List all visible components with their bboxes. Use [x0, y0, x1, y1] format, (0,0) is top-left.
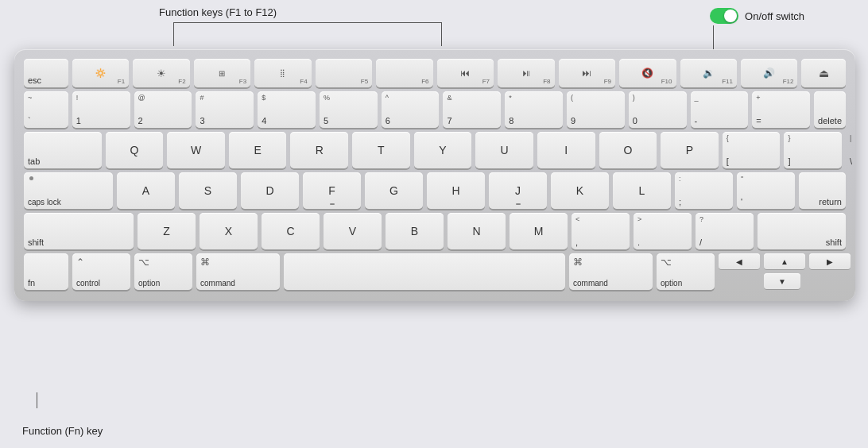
key-a[interactable]: A	[117, 172, 175, 209]
key-rbracket[interactable]: } ]	[784, 132, 842, 168]
key-backtick[interactable]: ~ `	[24, 91, 68, 128]
esc-label: esc	[28, 75, 41, 85]
key-command-left[interactable]: ⌘ command	[196, 253, 280, 290]
f11-label: F11	[722, 78, 733, 85]
key-fn[interactable]: fn	[24, 253, 68, 290]
key-shift-left[interactable]: shift	[24, 213, 134, 249]
key-b[interactable]: B	[386, 213, 444, 249]
key-capslock[interactable]: caps lock	[24, 172, 113, 209]
shift-right-label: shift	[826, 238, 842, 247]
toggle-switch[interactable]	[710, 8, 738, 24]
key-2[interactable]: @ 2	[134, 91, 192, 128]
key-f8[interactable]: ⏯ F8	[498, 59, 554, 87]
d-label: D	[265, 184, 273, 197]
key-minus[interactable]: _ -	[691, 91, 749, 128]
key-d[interactable]: D	[241, 172, 299, 209]
key-r[interactable]: R	[290, 132, 348, 168]
key-f6[interactable]: F6	[376, 59, 432, 87]
key-f9[interactable]: ⏭ F9	[559, 59, 615, 87]
key-k[interactable]: K	[551, 172, 609, 209]
key-option-left[interactable]: ⌥ option	[134, 253, 192, 290]
key-g[interactable]: G	[365, 172, 423, 209]
key-0[interactable]: ) 0	[629, 91, 687, 128]
key-f12[interactable]: 🔊 F12	[741, 59, 797, 87]
f8-label: F8	[543, 78, 550, 85]
key-z[interactable]: Z	[138, 213, 196, 249]
key-f7[interactable]: ⏮ F7	[437, 59, 494, 87]
f5-label: F5	[361, 78, 368, 85]
key-f2[interactable]: ☀ F2	[133, 59, 189, 87]
command-right-label: command	[573, 279, 608, 288]
key-comma[interactable]: < ,	[572, 213, 630, 249]
equal-main: =	[756, 116, 761, 126]
key-1[interactable]: ! 1	[72, 91, 130, 128]
key-equal[interactable]: + =	[752, 91, 810, 128]
key-arrow-right[interactable]: ▶	[809, 253, 851, 269]
semicolon-main: ;	[679, 197, 681, 207]
key-y[interactable]: Y	[414, 132, 472, 168]
key-p[interactable]: P	[661, 132, 719, 168]
option-left-symbol: ⌥	[138, 257, 149, 268]
key-n[interactable]: N	[448, 213, 506, 249]
key-o[interactable]: O	[599, 132, 657, 168]
a-label: A	[142, 184, 149, 197]
key-i[interactable]: I	[537, 132, 595, 168]
key-v[interactable]: V	[324, 213, 382, 249]
key-shift-right[interactable]: shift	[758, 213, 846, 249]
key-space[interactable]	[284, 253, 565, 290]
key-l[interactable]: L	[613, 172, 671, 209]
f10-icon: 🔇	[641, 68, 653, 79]
key-f3[interactable]: ⊞ F3	[194, 59, 250, 87]
key-arrow-up[interactable]: ▲	[764, 253, 805, 269]
key-f[interactable]: F	[303, 172, 361, 209]
key-m[interactable]: M	[510, 213, 568, 249]
command-left-label: command	[200, 279, 235, 288]
key-f5[interactable]: F5	[316, 59, 372, 87]
key-eject[interactable]: ⏏	[801, 59, 846, 87]
backtick-shift: ~	[28, 94, 32, 102]
key-q[interactable]: Q	[106, 132, 164, 168]
key-s[interactable]: S	[179, 172, 237, 209]
1-main: 1	[76, 116, 81, 126]
key-f1[interactable]: 🔅 F1	[72, 59, 129, 87]
key-9[interactable]: ( 9	[567, 91, 625, 128]
key-control[interactable]: ⌃ control	[72, 253, 130, 290]
key-option-right[interactable]: ⌥ option	[657, 253, 715, 290]
key-delete[interactable]: delete	[814, 91, 846, 128]
key-c[interactable]: C	[262, 213, 320, 249]
key-u[interactable]: U	[475, 132, 533, 168]
key-x[interactable]: X	[200, 213, 258, 249]
key-slash[interactable]: ? /	[696, 213, 754, 249]
key-period[interactable]: > .	[634, 213, 692, 249]
key-arrow-left[interactable]: ◀	[719, 253, 760, 269]
key-tab[interactable]: tab	[24, 132, 102, 168]
key-lbracket[interactable]: { [	[723, 132, 781, 168]
key-f4[interactable]: ⣿ F4	[254, 59, 311, 87]
key-arrow-down[interactable]: ▼	[764, 273, 800, 289]
f7-label: F7	[482, 78, 490, 85]
slash-shift: ?	[699, 215, 703, 223]
key-e[interactable]: E	[229, 132, 287, 168]
backtick-main: `	[28, 116, 31, 126]
key-w[interactable]: W	[167, 132, 225, 168]
key-f11[interactable]: 🔉 F11	[680, 59, 737, 87]
key-esc[interactable]: esc	[24, 59, 68, 87]
key-command-right[interactable]: ⌘ command	[569, 253, 653, 290]
arrow-top-row: ◀ ▲ ▶	[719, 253, 846, 269]
key-h[interactable]: H	[427, 172, 485, 209]
key-7[interactable]: & 7	[443, 91, 501, 128]
f3-label: F3	[239, 78, 246, 85]
r-label: R	[316, 144, 324, 156]
key-8[interactable]: * 8	[505, 91, 563, 128]
key-3[interactable]: # 3	[196, 91, 254, 128]
key-4[interactable]: $ 4	[258, 91, 316, 128]
key-t[interactable]: T	[352, 132, 410, 168]
key-semicolon[interactable]: : ;	[675, 172, 733, 209]
key-j[interactable]: J	[489, 172, 547, 209]
key-return[interactable]: return	[799, 172, 846, 209]
key-5[interactable]: % 5	[320, 91, 378, 128]
key-6[interactable]: ^ 6	[382, 91, 440, 128]
keyboard: esc 🔅 F1 ☀ F2 ⊞ F3 ⣿ F4 F5 F6	[14, 49, 855, 301]
key-quote[interactable]: " '	[737, 172, 795, 209]
key-f10[interactable]: 🔇 F10	[619, 59, 676, 87]
